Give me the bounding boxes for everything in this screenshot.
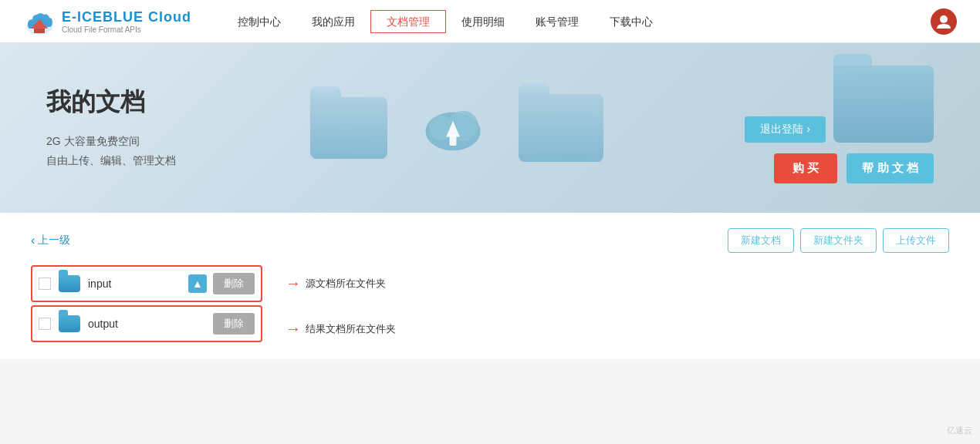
upload-button[interactable]: 上传文件: [883, 228, 949, 253]
input-checkbox[interactable]: [39, 278, 51, 290]
folder-decoration-right: [833, 66, 934, 143]
output-folder-name: output: [88, 318, 213, 330]
content-area: ‹ 上一级 新建文档 新建文件夹 上传文件 input ▲ 删除: [0, 213, 980, 359]
result-annotation: → 结果文档所在文件夹: [286, 320, 396, 338]
toolbar-row: ‹ 上一级 新建文档 新建文件夹 上传文件: [31, 228, 949, 253]
user-avatar[interactable]: [931, 8, 957, 35]
result-arrow-icon: →: [286, 320, 301, 338]
avatar-icon: [935, 13, 952, 30]
navbar: E-ICEBLUE Cloud Cloud File Format APIs 控…: [0, 0, 980, 43]
file-list-wrapper: input ▲ 删除 output 删除: [31, 265, 262, 344]
back-arrow-icon: ‹: [31, 234, 35, 247]
input-delete-button[interactable]: 删除: [213, 273, 255, 294]
source-annotation: → 源文档所在文件夹: [286, 274, 396, 292]
input-folder-icon: [59, 275, 80, 292]
result-annotation-text: 结果文档所在文件夹: [306, 322, 396, 336]
help-button[interactable]: 帮 助 文 档: [847, 153, 934, 183]
logo-icon: [23, 5, 56, 38]
hero-decorations: [176, 94, 737, 162]
folder-decoration-2: [519, 94, 603, 162]
input-file-actions: ▲ 删除: [188, 273, 255, 294]
svg-rect-7: [449, 135, 456, 146]
logo-subtitle: Cloud File Format APIs: [62, 25, 191, 34]
cloud-upload-decoration: [411, 97, 495, 159]
input-arrow-up-button[interactable]: ▲: [188, 274, 207, 293]
file-row-input: input ▲ 删除: [31, 265, 262, 302]
hero-right: 退出登陆 › 购 买 帮 助 文 档: [745, 73, 934, 183]
nav-item-docs[interactable]: 文档管理: [370, 10, 446, 33]
nav-item-account[interactable]: 账号管理: [520, 0, 594, 43]
nav-links: 控制中心 我的应用 文档管理 使用明细 账号管理 下载中心: [222, 0, 931, 43]
output-delete-button[interactable]: 删除: [213, 313, 255, 335]
hero-banner: 我的文档 2G 大容量免费空间 自由上传、编辑、管理文档 退出登陆 ›: [0, 43, 980, 213]
new-folder-button[interactable]: 新建文件夹: [800, 228, 877, 253]
nav-item-usage[interactable]: 使用明细: [446, 0, 520, 43]
input-folder-name: input: [88, 278, 188, 290]
new-doc-button[interactable]: 新建文档: [728, 228, 794, 253]
nav-item-control[interactable]: 控制中心: [222, 0, 296, 43]
file-list-section: input ▲ 删除 output 删除 → 源文档所在文件夹: [31, 265, 949, 344]
output-checkbox[interactable]: [39, 318, 51, 330]
nav-item-apps[interactable]: 我的应用: [296, 0, 370, 43]
file-row-output: output 删除: [31, 305, 262, 342]
nav-item-download[interactable]: 下载中心: [594, 0, 668, 43]
svg-point-2: [940, 15, 948, 23]
buy-button[interactable]: 购 买: [774, 153, 837, 183]
logo[interactable]: E-ICEBLUE Cloud Cloud File Format APIs: [23, 5, 191, 38]
back-link[interactable]: ‹ 上一级: [31, 234, 70, 247]
output-folder-icon: [59, 315, 80, 332]
folder-decoration-1: [310, 97, 387, 159]
output-file-actions: 删除: [213, 313, 255, 335]
source-annotation-text: 源文档所在文件夹: [306, 277, 386, 291]
hero-text-block: 我的文档 2G 大容量免费空间 自由上传、编辑、管理文档: [46, 86, 176, 170]
logout-button[interactable]: 退出登陆 ›: [745, 116, 826, 143]
hero-desc: 2G 大容量免费空间 自由上传、编辑、管理文档: [46, 132, 176, 170]
logo-title: E-ICEBLUE Cloud: [62, 9, 191, 25]
annotations-area: → 源文档所在文件夹 → 结果文档所在文件夹: [286, 265, 396, 344]
source-arrow-icon: →: [286, 274, 301, 292]
hero-title: 我的文档: [46, 86, 176, 119]
